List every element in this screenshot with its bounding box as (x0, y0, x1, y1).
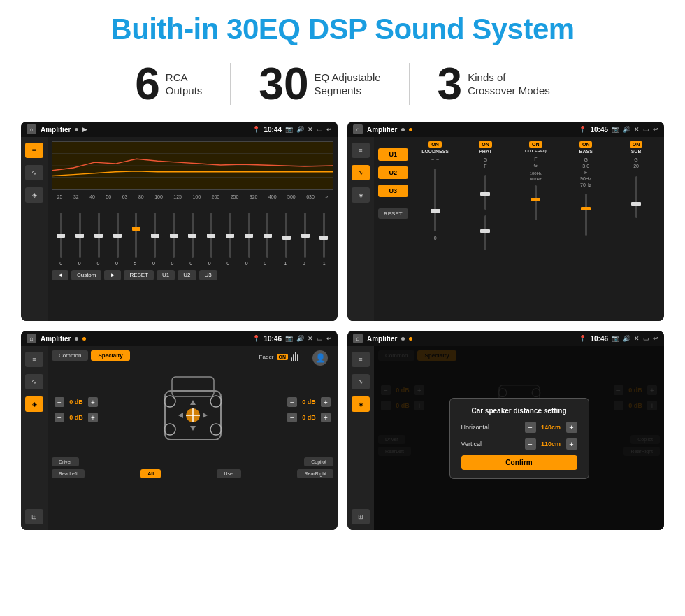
screen-title-1: Amplifier (41, 126, 71, 134)
home-icon-4[interactable]: ⌂ (353, 334, 363, 343)
common-tab-3[interactable]: Common (52, 350, 88, 361)
home-icon-2[interactable]: ⌂ (353, 124, 363, 134)
speaker-btn-3[interactable]: ◈ (25, 396, 43, 412)
eq-controls: ◄ Custom ► RESET U1 U2 U3 (52, 270, 333, 280)
plus-rl[interactable]: + (88, 413, 98, 422)
slider-phat-g[interactable] (484, 175, 486, 210)
stat-crossover: 3 Kinds ofCrossover Modes (410, 62, 578, 106)
slider-2[interactable] (79, 213, 81, 258)
fader-bars (291, 352, 298, 361)
horizontal-plus[interactable]: + (566, 422, 577, 433)
confirm-button[interactable]: Confirm (461, 455, 577, 470)
eq-btn-4[interactable]: ≡ (352, 352, 370, 367)
u3-preset[interactable]: U3 (378, 185, 408, 197)
slider-cutfreq[interactable] (535, 185, 537, 220)
on-cutfreq: ON (529, 141, 542, 148)
reset-btn[interactable]: RESET (124, 270, 154, 280)
slider-3[interactable] (98, 213, 100, 258)
screen-body-1: ≡ ∿ ◈ (21, 137, 338, 321)
slider-1[interactable] (60, 213, 62, 258)
minus-fl[interactable]: − (55, 397, 64, 407)
slider-8[interactable] (192, 213, 194, 258)
minus-rr[interactable]: − (287, 413, 297, 422)
user-btn[interactable]: User (217, 469, 241, 478)
copilot-btn[interactable]: Copilot (304, 457, 333, 466)
horizontal-row: Horizontal − 140cm + (461, 422, 577, 433)
slider-loudness[interactable] (434, 169, 436, 231)
fader-screen: ⌂ Amplifier 📍 10:46 📷🔊✕▭↩ ≡ ∿ ◈ ⊞ (21, 331, 338, 530)
speaker-btn-1[interactable]: ◈ (25, 187, 43, 203)
horizontal-minus[interactable]: − (525, 422, 536, 433)
dot-1 (75, 128, 78, 131)
screens-grid: ⌂ Amplifier ▶ 📍 10:44 📷 🔊 ✕ ▭ ↩ (21, 122, 664, 530)
eq-btn-2[interactable]: ≡ (352, 143, 370, 158)
val-rl: 0 dB (66, 414, 86, 421)
rearright-btn[interactable]: RearRight (297, 469, 333, 478)
wave-btn-4[interactable]: ∿ (352, 374, 370, 389)
eq-btn-3[interactable]: ≡ (25, 352, 43, 367)
stats-row: 6 RCAOutputs 30 EQ AdjustableSegments 3 … (21, 62, 664, 106)
play-btn[interactable]: ► (104, 270, 121, 280)
stat-eq: 30 EQ AdjustableSegments (231, 62, 408, 106)
wave-btn-2[interactable]: ∿ (352, 165, 370, 180)
driver-btn[interactable]: Driver (52, 457, 79, 466)
slider-11[interactable] (248, 213, 250, 258)
wave-btn-3[interactable]: ∿ (25, 374, 43, 389)
slider-7[interactable] (173, 213, 175, 258)
on-bass: ON (579, 141, 593, 148)
slider-sub[interactable] (635, 176, 637, 218)
specialty-tab-3[interactable]: Specialty (91, 350, 129, 361)
u3-btn[interactable]: U3 (199, 270, 217, 280)
plus-fl[interactable]: + (88, 397, 98, 407)
slider-10[interactable] (229, 213, 231, 258)
slider-bass[interactable] (585, 194, 587, 236)
ch-name-phat: PHAT (479, 149, 492, 154)
slider-12[interactable] (266, 213, 268, 258)
slider-5[interactable] (135, 213, 137, 258)
u1-btn[interactable]: U1 (157, 270, 175, 280)
all-btn[interactable]: All (140, 469, 161, 478)
eq-btn-1[interactable]: ≡ (25, 143, 43, 158)
home-icon-3[interactable]: ⌂ (27, 334, 36, 343)
minus-fr[interactable]: − (287, 397, 297, 407)
vertical-plus[interactable]: + (566, 438, 577, 450)
slider-13[interactable] (285, 213, 287, 258)
plus-fr[interactable]: + (321, 397, 331, 407)
side-panel-3: ≡ ∿ ◈ ⊞ (21, 346, 48, 530)
custom-btn[interactable]: Custom (71, 270, 102, 280)
u2-btn[interactable]: U2 (178, 270, 196, 280)
vertical-row: Vertical − 110cm + (461, 438, 577, 450)
vertical-minus[interactable]: − (525, 438, 536, 450)
dot-4 (401, 337, 405, 341)
main-content-1: 2532405063 80100125160200 25032040050063… (48, 137, 338, 321)
slider-6[interactable] (154, 213, 156, 258)
u1-preset[interactable]: U1 (378, 148, 408, 161)
slider-9[interactable] (210, 213, 212, 258)
play-icon-1: ▶ (82, 126, 87, 133)
expand-btn-4[interactable]: ⊞ (352, 509, 370, 524)
plus-rr[interactable]: + (321, 413, 331, 422)
expand-btn-3[interactable]: ⊞ (25, 509, 43, 524)
slider-4[interactable] (117, 213, 119, 258)
rearleft-btn[interactable]: RearLeft (52, 469, 85, 478)
dsp-reset-btn[interactable]: RESET (378, 208, 408, 219)
speaker-btn-4[interactable]: ◈ (352, 396, 370, 412)
stat-number-rca: 6 (135, 62, 160, 106)
status-right-4: 📍 10:46 📷🔊✕▭↩ (579, 335, 658, 343)
home-icon-1[interactable]: ⌂ (27, 124, 36, 134)
main-content-2: U1 U2 U3 RESET ON LOUDNESS ~ (374, 137, 664, 321)
slider-15[interactable] (323, 213, 325, 258)
wave-btn-1[interactable]: ∿ (25, 165, 43, 180)
side-panel-4: ≡ ∿ ◈ ⊞ (347, 346, 374, 530)
time-4: 10:46 (590, 335, 608, 343)
speaker-btn-2[interactable]: ◈ (352, 187, 370, 203)
ch-cutfreq: ON CUT FREQ F G 100Hz 80kHz (512, 141, 559, 253)
prev-btn[interactable]: ◄ (52, 270, 68, 280)
vol-rr: − 0 dB + (287, 413, 331, 422)
slider-14[interactable] (304, 213, 306, 258)
minus-rl[interactable]: − (55, 413, 64, 422)
location-icon-1: 📍 (252, 126, 260, 133)
slider-phat-f[interactable] (484, 215, 486, 250)
ch-name-cutfreq: CUT FREQ (525, 149, 547, 153)
u2-preset[interactable]: U2 (378, 166, 408, 179)
